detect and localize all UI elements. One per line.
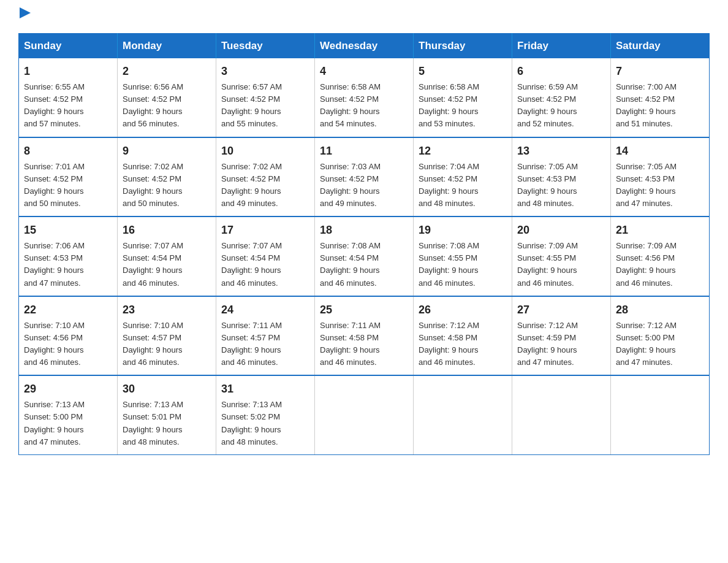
calendar-day-12: 12Sunrise: 7:04 AMSunset: 4:52 PMDayligh…	[414, 137, 512, 217]
day-info: Sunrise: 6:55 AMSunset: 4:52 PMDaylight:…	[24, 81, 112, 131]
day-info: Sunrise: 7:05 AMSunset: 4:53 PMDaylight:…	[616, 161, 704, 210]
day-info: Sunrise: 7:10 AMSunset: 4:57 PMDaylight:…	[123, 320, 211, 369]
calendar-day-3: 3Sunrise: 6:57 AMSunset: 4:52 PMDaylight…	[216, 58, 315, 137]
day-info: Sunrise: 6:58 AMSunset: 4:52 PMDaylight:…	[320, 81, 408, 131]
calendar-day-18: 18Sunrise: 7:08 AMSunset: 4:54 PMDayligh…	[315, 216, 414, 296]
day-number: 19	[419, 222, 507, 239]
day-info: Sunrise: 7:08 AMSunset: 4:55 PMDaylight:…	[419, 240, 507, 289]
calendar-header-row: SundayMondayTuesdayWednesdayThursdayFrid…	[19, 34, 710, 59]
calendar-day-5: 5Sunrise: 6:58 AMSunset: 4:52 PMDaylight…	[414, 58, 512, 137]
calendar-day-22: 22Sunrise: 7:10 AMSunset: 4:56 PMDayligh…	[19, 296, 118, 376]
day-info: Sunrise: 7:12 AMSunset: 5:00 PMDaylight:…	[616, 320, 704, 369]
page-header	[18, 12, 710, 22]
svg-marker-0	[20, 7, 31, 18]
calendar-day-24: 24Sunrise: 7:11 AMSunset: 4:57 PMDayligh…	[216, 296, 315, 376]
calendar-day-2: 2Sunrise: 6:56 AMSunset: 4:52 PMDaylight…	[118, 58, 216, 137]
day-info: Sunrise: 7:13 AMSunset: 5:00 PMDaylight:…	[24, 399, 112, 448]
day-number: 26	[419, 302, 507, 318]
day-number: 23	[123, 302, 211, 318]
day-info: Sunrise: 7:12 AMSunset: 4:59 PMDaylight:…	[517, 320, 605, 369]
calendar-day-11: 11Sunrise: 7:03 AMSunset: 4:52 PMDayligh…	[315, 137, 414, 217]
day-info: Sunrise: 7:10 AMSunset: 4:56 PMDaylight:…	[24, 320, 112, 369]
day-number: 22	[24, 302, 112, 318]
day-number: 10	[221, 143, 309, 159]
day-header-saturday: Saturday	[611, 34, 710, 59]
day-number: 9	[123, 143, 211, 159]
day-number: 7	[616, 63, 704, 80]
day-number: 31	[221, 381, 309, 397]
calendar-day-28: 28Sunrise: 7:12 AMSunset: 5:00 PMDayligh…	[611, 296, 710, 376]
calendar-day-25: 25Sunrise: 7:11 AMSunset: 4:58 PMDayligh…	[315, 296, 414, 376]
day-number: 3	[221, 63, 309, 80]
day-number: 21	[616, 222, 704, 239]
empty-cell	[611, 375, 710, 454]
calendar-day-19: 19Sunrise: 7:08 AMSunset: 4:55 PMDayligh…	[414, 216, 512, 296]
calendar-day-9: 9Sunrise: 7:02 AMSunset: 4:52 PMDaylight…	[118, 137, 216, 217]
day-header-monday: Monday	[118, 34, 216, 59]
day-info: Sunrise: 7:11 AMSunset: 4:58 PMDaylight:…	[320, 320, 408, 369]
day-header-sunday: Sunday	[19, 34, 118, 59]
day-info: Sunrise: 7:09 AMSunset: 4:56 PMDaylight:…	[616, 240, 704, 289]
calendar-week-2: 8Sunrise: 7:01 AMSunset: 4:52 PMDaylight…	[19, 137, 710, 217]
day-info: Sunrise: 7:05 AMSunset: 4:53 PMDaylight:…	[517, 161, 605, 210]
calendar-day-1: 1Sunrise: 6:55 AMSunset: 4:52 PMDaylight…	[19, 58, 118, 137]
calendar-day-27: 27Sunrise: 7:12 AMSunset: 4:59 PMDayligh…	[512, 296, 611, 376]
day-header-friday: Friday	[512, 34, 611, 59]
day-number: 6	[517, 63, 605, 80]
calendar-week-3: 15Sunrise: 7:06 AMSunset: 4:53 PMDayligh…	[19, 216, 710, 296]
day-info: Sunrise: 7:03 AMSunset: 4:52 PMDaylight:…	[320, 161, 408, 210]
calendar-day-23: 23Sunrise: 7:10 AMSunset: 4:57 PMDayligh…	[118, 296, 216, 376]
day-info: Sunrise: 7:06 AMSunset: 4:53 PMDaylight:…	[24, 240, 112, 289]
day-info: Sunrise: 7:04 AMSunset: 4:52 PMDaylight:…	[419, 161, 507, 210]
day-number: 28	[616, 302, 704, 318]
day-number: 16	[123, 222, 211, 239]
day-number: 25	[320, 302, 408, 318]
day-header-thursday: Thursday	[414, 34, 512, 59]
calendar-day-14: 14Sunrise: 7:05 AMSunset: 4:53 PMDayligh…	[611, 137, 710, 217]
day-number: 5	[419, 63, 507, 80]
calendar-day-13: 13Sunrise: 7:05 AMSunset: 4:53 PMDayligh…	[512, 137, 611, 217]
calendar-day-21: 21Sunrise: 7:09 AMSunset: 4:56 PMDayligh…	[611, 216, 710, 296]
calendar-day-16: 16Sunrise: 7:07 AMSunset: 4:54 PMDayligh…	[118, 216, 216, 296]
day-header-wednesday: Wednesday	[315, 34, 414, 59]
day-info: Sunrise: 7:08 AMSunset: 4:54 PMDaylight:…	[320, 240, 408, 289]
logo	[18, 12, 32, 22]
day-number: 18	[320, 222, 408, 239]
empty-cell	[315, 375, 414, 454]
day-info: Sunrise: 6:57 AMSunset: 4:52 PMDaylight:…	[221, 81, 309, 131]
calendar-day-17: 17Sunrise: 7:07 AMSunset: 4:54 PMDayligh…	[216, 216, 315, 296]
calendar-day-30: 30Sunrise: 7:13 AMSunset: 5:01 PMDayligh…	[118, 375, 216, 454]
day-info: Sunrise: 7:00 AMSunset: 4:52 PMDaylight:…	[616, 81, 704, 131]
day-info: Sunrise: 6:58 AMSunset: 4:52 PMDaylight:…	[419, 81, 507, 131]
day-info: Sunrise: 7:12 AMSunset: 4:58 PMDaylight:…	[419, 320, 507, 369]
day-info: Sunrise: 6:56 AMSunset: 4:52 PMDaylight:…	[123, 81, 211, 131]
empty-cell	[512, 375, 611, 454]
calendar-day-8: 8Sunrise: 7:01 AMSunset: 4:52 PMDaylight…	[19, 137, 118, 217]
day-info: Sunrise: 7:13 AMSunset: 5:02 PMDaylight:…	[221, 399, 309, 448]
day-info: Sunrise: 7:01 AMSunset: 4:52 PMDaylight:…	[24, 161, 112, 210]
day-number: 11	[320, 143, 408, 159]
day-header-tuesday: Tuesday	[216, 34, 315, 59]
day-number: 30	[123, 381, 211, 397]
calendar-day-4: 4Sunrise: 6:58 AMSunset: 4:52 PMDaylight…	[315, 58, 414, 137]
empty-cell	[414, 375, 512, 454]
day-info: Sunrise: 7:02 AMSunset: 4:52 PMDaylight:…	[221, 161, 309, 210]
day-number: 27	[517, 302, 605, 318]
day-info: Sunrise: 6:59 AMSunset: 4:52 PMDaylight:…	[517, 81, 605, 131]
day-number: 1	[24, 63, 112, 80]
day-number: 20	[517, 222, 605, 239]
day-info: Sunrise: 7:07 AMSunset: 4:54 PMDaylight:…	[221, 240, 309, 289]
day-number: 29	[24, 381, 112, 397]
day-number: 8	[24, 143, 112, 159]
day-info: Sunrise: 7:13 AMSunset: 5:01 PMDaylight:…	[123, 399, 211, 448]
calendar-week-5: 29Sunrise: 7:13 AMSunset: 5:00 PMDayligh…	[19, 375, 710, 454]
day-number: 2	[123, 63, 211, 80]
day-number: 13	[517, 143, 605, 159]
day-number: 14	[616, 143, 704, 159]
day-number: 12	[419, 143, 507, 159]
day-number: 4	[320, 63, 408, 80]
calendar-day-31: 31Sunrise: 7:13 AMSunset: 5:02 PMDayligh…	[216, 375, 315, 454]
calendar-day-7: 7Sunrise: 7:00 AMSunset: 4:52 PMDaylight…	[611, 58, 710, 137]
calendar-day-15: 15Sunrise: 7:06 AMSunset: 4:53 PMDayligh…	[19, 216, 118, 296]
calendar-day-20: 20Sunrise: 7:09 AMSunset: 4:55 PMDayligh…	[512, 216, 611, 296]
